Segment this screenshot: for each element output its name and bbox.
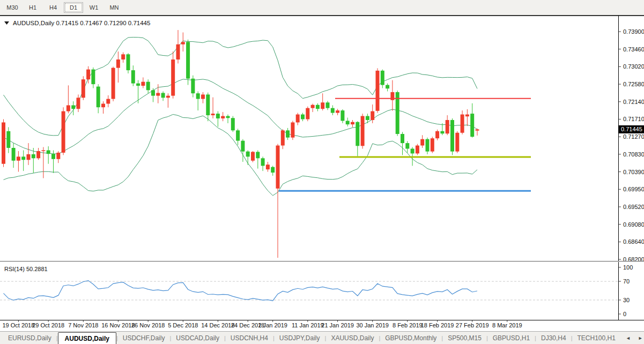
candle-down [12,148,16,161]
candle-down [32,154,35,158]
date-tick-label: 14 Dec 2018 [201,322,234,328]
candle-down [196,93,200,99]
tab-usdchf-daily[interactable]: USDCHF,Daily [118,332,170,344]
tab-sp500-m15[interactable]: SP500,M15 [443,332,486,344]
candle-down [51,154,55,159]
timeframe-button-mn[interactable]: MN [105,2,124,13]
current-price-badge-text: 0.71445 [621,126,642,132]
price-tick-label: 0.68640 [623,238,644,245]
timeframe-button-w1[interactable]: W1 [84,2,103,13]
rsi-scale-label: 30 [623,297,630,303]
price-tick-label: 0.69950 [623,186,644,192]
candle-up [41,150,45,151]
date-tick-label: 2 Jan 2019 [258,322,287,328]
price-tick-label: 0.69080 [623,221,644,228]
date-tick-label: 7 Nov 2018 [68,322,98,328]
scroll-tabs-left-icon[interactable]: ◄ [626,335,631,341]
candle-up [171,59,175,96]
candle-up [351,122,354,124]
candle-down [426,139,430,152]
candle-up [86,70,90,80]
candle-up [62,111,65,153]
timeframe-button-m30[interactable]: M30 [3,2,22,13]
candle-down [326,102,330,108]
candle-up [276,146,280,189]
chart-background [0,16,644,331]
candle-up [27,154,31,160]
candle-down [97,87,100,108]
candle-up [336,110,339,113]
date-tick-label: 30 Jan 2019 [356,322,389,328]
candle-down [246,152,250,157]
candle-up [141,82,145,86]
tab-xauusd-daily[interactable]: XAUUSD,Daily [326,332,379,344]
tab-audusd-daily[interactable]: AUDUSD,Daily [58,332,116,344]
date-tick-label: 18 Feb 2019 [421,322,454,328]
candle-up [121,54,125,59]
tab-usdcnh-h4[interactable]: USDCNH,H4 [226,332,273,344]
date-tick-label: 16 Nov 2018 [101,322,135,328]
candle-up [455,133,459,152]
candle-down [470,114,474,137]
candle-up [416,146,419,154]
scroll-tabs-right-icon[interactable]: ► [638,335,643,341]
candle-down [151,90,155,95]
candle-up [176,44,180,59]
timeframe-button-d1[interactable]: D1 [64,2,83,13]
rsi-scale-label: 100 [623,264,633,271]
candle-down [91,70,95,84]
candle-down [261,158,265,166]
price-chart-canvas: AUDUSD,Daily 0.71415 0.71467 0.71290 0.7… [0,0,644,344]
candle-up [306,108,309,119]
candle-down [286,130,290,137]
date-tick-label: 8 Feb 2019 [393,322,423,328]
candle-down [346,121,350,124]
timeframe-button-h1[interactable]: H1 [23,2,42,13]
candle-up [166,96,170,98]
candle-up [156,93,160,95]
candle-down [47,150,50,154]
candle-down [216,114,220,118]
candle-up [36,151,40,158]
candle-down [191,79,195,93]
candle-down [331,108,335,113]
date-tick-label: 29 Oct 2018 [32,322,64,328]
price-tick-label: 0.72580 [623,81,644,87]
candle-up [420,139,424,146]
tab-usdjpy-daily[interactable]: USDJPY,Daily [275,332,325,344]
date-tick-label: 19 Oct 2018 [2,322,34,328]
candle-down [316,105,320,109]
tab-usdcad-daily[interactable]: USDCAD,Daily [171,332,224,344]
candle-up [465,115,469,117]
candle-down [450,120,454,152]
candle-up [77,98,80,109]
candle-up [435,131,439,138]
tab-gbpusd-monthly[interactable]: GBPUSD,Monthly [380,332,441,344]
chart-title: AUDUSD,Daily 0.71415 0.71467 0.71290 0.7… [13,20,150,26]
timeframe-button-h4[interactable]: H4 [43,2,63,13]
tab-tech100-h1[interactable]: TECH100,H1 [573,332,620,344]
candle-down [401,134,404,143]
candle-down [405,143,409,148]
candle-down [161,93,165,98]
tab-gbpusd-h1[interactable]: GBPUSD,H1 [488,332,535,344]
price-tick-label: 0.73460 [623,46,644,53]
candle-up [321,102,324,109]
symbol-tabs: EURUSD,Daily|AUDUSD,Daily|USDCHF,Daily|U… [3,332,620,344]
tab-dj30-h4[interactable]: DJ30,H4 [536,332,571,344]
candle-up [281,130,285,145]
candle-down [131,70,135,84]
date-axis[interactable]: 19 Oct 201829 Oct 20187 Nov 201816 Nov 2… [2,320,522,328]
tab-eurusd-daily[interactable]: EURUSD,Daily [3,332,56,344]
candle-up [211,114,215,115]
rsi-scale-label: 0 [623,311,626,317]
candle-down [6,131,10,148]
rsi-label: RSI(14) 50.2881 [4,266,48,272]
candle-down [21,156,25,160]
candle-down [256,152,260,158]
candle-up [112,68,115,99]
price-tick-label: 0.69520 [623,204,644,210]
candle-up [2,122,5,163]
chart-window: AUDUSD,Daily 0.71415 0.71467 0.71290 0.7… [0,0,644,344]
date-tick-label: 27 Feb 2019 [456,322,489,328]
